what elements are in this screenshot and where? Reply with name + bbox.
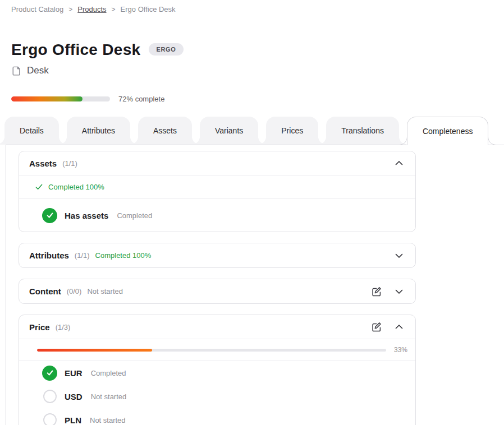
completeness-item-eur: EUR Completed: [19, 361, 415, 385]
completed-check-icon: [42, 366, 57, 381]
tab-variants[interactable]: Variants: [200, 117, 258, 145]
tab-assets[interactable]: Assets: [138, 117, 192, 145]
section-header-assets[interactable]: Assets (1/1): [19, 151, 415, 175]
edit-icon: [371, 286, 382, 297]
page-header: Ergo Office Desk ERGO: [11, 41, 504, 58]
section-summary-row: Completed 100%: [19, 175, 415, 199]
item-label: USD: [65, 392, 83, 401]
edit-icon: [371, 321, 382, 332]
empty-circle-icon: [43, 390, 57, 403]
price-progress-fill: [37, 349, 152, 352]
completeness-section-attributes: Attributes (1/1) Completed 100%: [19, 243, 416, 268]
tab-details[interactable]: Details: [4, 117, 59, 145]
completeness-item-pln: PLN Not started: [19, 408, 415, 425]
section-status: Completed 100%: [95, 251, 152, 260]
collapse-button[interactable]: [393, 157, 405, 169]
chevron-down-icon: [393, 285, 405, 298]
tab-prices[interactable]: Prices: [266, 117, 318, 145]
tab-bar: Details Attributes Assets Variants Price…: [0, 117, 504, 145]
page-title: Ergo Office Desk: [11, 41, 140, 58]
item-status: Completed: [117, 211, 152, 220]
completeness-progress-fill: [11, 96, 83, 101]
section-count: (0/0): [67, 287, 82, 295]
expand-button[interactable]: [393, 250, 405, 262]
tab-completeness[interactable]: Completeness: [407, 117, 489, 145]
tab-translations[interactable]: Translations: [326, 117, 399, 145]
tab-attributes[interactable]: Attributes: [67, 117, 130, 145]
price-progress-row: 33%: [19, 339, 415, 361]
item-status: Completed: [91, 369, 126, 377]
document-icon: [11, 66, 22, 76]
section-header-attributes[interactable]: Attributes (1/1) Completed 100%: [19, 243, 415, 267]
completeness-tab-content: Assets (1/1) Completed 100% Has assets C…: [6, 145, 504, 425]
breadcrumb-item-products[interactable]: Products: [77, 5, 106, 13]
section-title: Attributes: [29, 251, 69, 260]
section-title: Assets: [29, 159, 57, 168]
section-title: Price: [29, 322, 50, 332]
section-summary-label: Completed 100%: [48, 183, 104, 191]
chevron-down-icon: [393, 250, 405, 262]
sku-badge: ERGO: [149, 43, 183, 56]
family-row: Desk: [11, 65, 504, 76]
edit-button[interactable]: [371, 286, 382, 297]
completeness-progress-label: 72% complete: [118, 95, 164, 103]
collapse-button[interactable]: [393, 321, 405, 333]
check-icon: [35, 183, 43, 191]
section-count: (1/3): [56, 323, 71, 331]
section-count: (1/1): [75, 251, 90, 260]
completeness-section-assets: Assets (1/1) Completed 100% Has assets C…: [19, 151, 416, 232]
item-label: Has assets: [65, 211, 108, 220]
breadcrumb: Product Catalog > Products > Ergo Office…: [0, 0, 504, 13]
section-header-content[interactable]: Content (0/0) Not started: [19, 279, 415, 303]
item-status: Not started: [91, 392, 127, 401]
breadcrumb-separator: >: [112, 6, 116, 13]
family-label: Desk: [27, 65, 49, 76]
section-title: Content: [29, 287, 61, 296]
expand-button[interactable]: [393, 285, 405, 298]
section-status: Not started: [87, 287, 123, 295]
completeness-progress-row: 72% complete: [11, 95, 504, 103]
section-header-price[interactable]: Price (1/3): [19, 315, 415, 339]
breadcrumb-item-catalog[interactable]: Product Catalog: [11, 5, 63, 13]
breadcrumb-separator: >: [68, 6, 72, 13]
completeness-section-price: Price (1/3): [19, 315, 416, 425]
edit-button[interactable]: [371, 321, 382, 332]
price-progress-bar: [37, 349, 386, 352]
breadcrumb-item-current: Ergo Office Desk: [121, 5, 176, 13]
section-count: (1/1): [62, 159, 77, 168]
completed-check-icon: [42, 208, 57, 223]
chevron-up-icon: [393, 157, 405, 169]
completeness-progress-bar: [11, 96, 110, 101]
price-progress-label: 33%: [394, 346, 407, 354]
completeness-section-content: Content (0/0) Not started: [19, 279, 416, 304]
completeness-item-usd: USD Not started: [19, 385, 415, 408]
item-label: EUR: [65, 368, 83, 378]
item-label: PLN: [65, 415, 81, 425]
chevron-up-icon: [393, 321, 405, 333]
item-status: Not started: [90, 416, 126, 424]
empty-circle-icon: [43, 413, 57, 425]
completeness-item-has-assets: Has assets Completed: [19, 199, 415, 232]
